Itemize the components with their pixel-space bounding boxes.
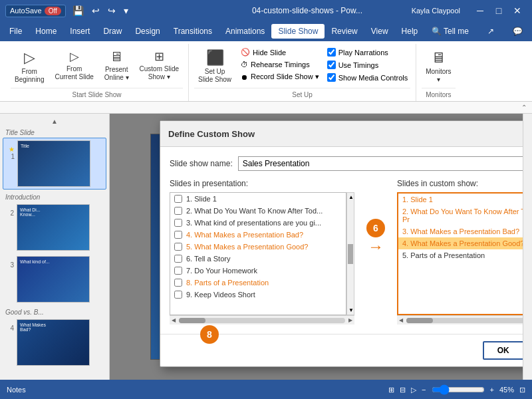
menu-slideshow[interactable]: Slide Show bbox=[271, 24, 325, 39]
left-scroll-thumb[interactable] bbox=[348, 244, 353, 264]
setup-slideshow-button[interactable]: ⬛ Set UpSlide Show bbox=[194, 47, 235, 86]
right-slide-2[interactable]: 2. What Do You Want To Know After Today'… bbox=[398, 205, 523, 225]
more-button[interactable]: ▾ bbox=[121, 4, 131, 17]
slide-num-4: 4 bbox=[5, 325, 14, 332]
from-current-slide-button[interactable]: ▷ FromCurrent Slide bbox=[51, 47, 97, 84]
left-slide-5-check[interactable] bbox=[174, 243, 182, 251]
record-slideshow-button[interactable]: ⏺ Record Slide Show ▾ bbox=[238, 71, 322, 82]
autosave-toggle[interactable]: AutoSave Off bbox=[5, 5, 66, 17]
left-slide-9-check[interactable] bbox=[174, 291, 182, 299]
left-slide-2[interactable]: 2. What Do You Want To Know After Tod... bbox=[170, 205, 346, 217]
share-button[interactable]: ↗ bbox=[481, 24, 501, 39]
left-slide-1-check[interactable] bbox=[174, 195, 182, 203]
search-button[interactable]: 🔍 Tell me bbox=[425, 24, 475, 39]
right-slide-4[interactable]: 4. What Makes a Presentation Good? bbox=[398, 237, 523, 249]
left-slide-8-check[interactable] bbox=[174, 279, 182, 287]
scroll-up-button[interactable]: ▲ bbox=[3, 116, 106, 126]
menu-insert[interactable]: Insert bbox=[63, 24, 96, 39]
right-slides-list[interactable]: 1. Slide 1 2. What Do You Want To Know A… bbox=[397, 192, 523, 315]
main-v-scrollbar[interactable] bbox=[523, 114, 532, 380]
monitors-button[interactable]: 🖥 Monitors▾ bbox=[422, 47, 455, 86]
autosave-state: Off bbox=[45, 7, 61, 15]
add-to-custom-button[interactable]: → bbox=[368, 237, 384, 256]
slide-num-3: 3 bbox=[5, 261, 14, 269]
menu-view[interactable]: View bbox=[364, 24, 395, 39]
left-slide-4-check[interactable] bbox=[174, 231, 182, 239]
left-slide-8[interactable]: 8. Parts of a Presentation bbox=[170, 277, 346, 289]
menu-home[interactable]: Home bbox=[29, 24, 63, 39]
view-slide-sorter-icon[interactable]: ⊟ bbox=[400, 386, 406, 394]
present-online-button[interactable]: 🖥 PresentOnline ▾ bbox=[100, 47, 133, 84]
use-timings-check[interactable]: Use Timings bbox=[325, 59, 411, 70]
from-beginning-icon: ▷ bbox=[24, 49, 35, 66]
left-slide-5[interactable]: 5. What Makes a Presentation Good? bbox=[170, 241, 346, 253]
close-button[interactable]: ✕ bbox=[508, 1, 527, 20]
ok-button[interactable]: OK bbox=[483, 341, 523, 360]
left-h-track bbox=[179, 318, 345, 323]
menu-transitions[interactable]: Transitions bbox=[167, 24, 219, 39]
comments-button[interactable]: 💬 bbox=[506, 24, 529, 39]
menu-file[interactable]: File bbox=[3, 24, 29, 39]
right-h-scrollbar: ◀ ▶ bbox=[397, 315, 523, 325]
menu-design[interactable]: Design bbox=[128, 24, 166, 39]
slide-thumb-3[interactable]: 3 What kind of... bbox=[3, 254, 106, 305]
custom-slide-show-button[interactable]: ⊞ Custom SlideShow ▾ bbox=[136, 47, 183, 84]
left-h-thumb[interactable] bbox=[179, 318, 205, 323]
left-slide-6-check[interactable] bbox=[174, 255, 182, 263]
zoom-minus-button[interactable]: − bbox=[422, 386, 426, 394]
left-h-scroll-right[interactable]: ▶ bbox=[346, 317, 354, 323]
menu-help[interactable]: Help bbox=[395, 24, 425, 39]
menu-review[interactable]: Review bbox=[325, 24, 364, 39]
right-slide-1[interactable]: 1. Slide 1 bbox=[398, 194, 523, 205]
slideshow-name-input[interactable] bbox=[238, 156, 523, 171]
restore-button[interactable]: □ bbox=[489, 1, 508, 20]
left-scroll-up[interactable]: ▲ bbox=[347, 193, 354, 201]
left-slide-6[interactable]: 6. Tell a Story bbox=[170, 253, 346, 265]
left-list-scrollbar[interactable]: ▲ ▼ bbox=[346, 192, 354, 315]
hide-slide-button[interactable]: 🚫 Hide Slide bbox=[238, 47, 322, 58]
left-h-scroll-left[interactable]: ◀ bbox=[170, 317, 178, 323]
from-beginning-button[interactable]: ▷ FromBeginning bbox=[11, 47, 48, 86]
play-narrations-input[interactable] bbox=[327, 48, 336, 57]
left-slide-2-check[interactable] bbox=[174, 207, 182, 215]
collapse-ribbon-button[interactable]: ⌃ bbox=[521, 104, 527, 111]
left-slide-9[interactable]: 9. Keep Videos Short bbox=[170, 289, 346, 301]
menu-draw[interactable]: Draw bbox=[96, 24, 128, 39]
right-h-thumb[interactable] bbox=[406, 318, 433, 323]
save-button[interactable]: 💾 bbox=[70, 4, 86, 17]
show-media-input[interactable] bbox=[327, 73, 336, 82]
menu-animations[interactable]: Animations bbox=[219, 24, 271, 39]
slide-thumb-1[interactable]: ★1 Title bbox=[3, 138, 106, 190]
notes-button[interactable]: Notes bbox=[7, 386, 26, 394]
right-h-scroll-left[interactable]: ◀ bbox=[397, 317, 405, 323]
redo-button[interactable]: ↪ bbox=[105, 4, 118, 17]
zoom-plus-button[interactable]: + bbox=[490, 386, 494, 394]
left-slide-3-check[interactable] bbox=[174, 219, 182, 227]
view-reading-icon[interactable]: ▷ bbox=[411, 386, 416, 394]
left-slide-7[interactable]: 7. Do Your Homework bbox=[170, 265, 346, 277]
left-slides-list[interactable]: 1. Slide 1 2. What Do You Want To Know A… bbox=[170, 192, 346, 315]
left-slide-1[interactable]: 1. Slide 1 bbox=[170, 193, 346, 205]
left-slide-3[interactable]: 3. What kind of presentations are you gi… bbox=[170, 217, 346, 229]
setup-icon: ⬛ bbox=[206, 49, 224, 66]
slide-img-text-1: Title bbox=[18, 141, 90, 151]
slide-thumb-2[interactable]: 2 What Di...Know... bbox=[3, 202, 106, 253]
minimize-button[interactable]: ─ bbox=[471, 1, 489, 20]
undo-button[interactable]: ↩ bbox=[89, 4, 102, 17]
left-slide-7-check[interactable] bbox=[174, 267, 182, 275]
right-slide-3[interactable]: 3. What Makes a Presentation Bad? bbox=[398, 225, 523, 237]
rehearse-timings-button[interactable]: ⏱ Rehearse Timings bbox=[238, 59, 322, 70]
right-slide-5[interactable]: 5. Parts of a Presentation bbox=[398, 249, 523, 261]
content-area: Define Custom Show ? ✕ Slide show name: … bbox=[110, 114, 523, 380]
right-pane-label: Slides in custom show: bbox=[397, 179, 523, 188]
zoom-slider[interactable] bbox=[432, 384, 485, 395]
play-narrations-check[interactable]: Play Narrations bbox=[325, 47, 411, 58]
show-media-controls-check[interactable]: Show Media Controls bbox=[325, 72, 411, 83]
use-timings-input[interactable] bbox=[327, 61, 336, 69]
left-scroll-down[interactable]: ▼ bbox=[347, 306, 354, 315]
left-slide-4[interactable]: 4. What Makes a Presentation Bad? bbox=[170, 229, 346, 241]
zoom-percent: 45% bbox=[499, 386, 514, 394]
view-normal-icon[interactable]: ⊞ bbox=[388, 386, 394, 394]
fit-to-window-button[interactable]: ⊡ bbox=[519, 386, 525, 394]
slide-thumb-4[interactable]: 4 What MakesBad? bbox=[3, 317, 106, 368]
